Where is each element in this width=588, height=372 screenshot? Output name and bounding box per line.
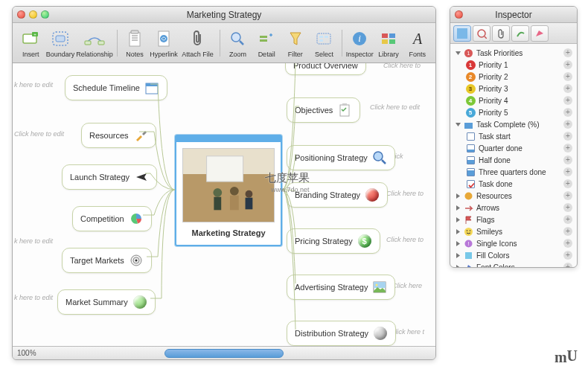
tree-group[interactable]: Resources+ (452, 190, 575, 202)
edit-hint[interactable]: Click here to (386, 236, 424, 243)
tree-group[interactable]: Smileys+ (452, 225, 575, 237)
tree-group[interactable]: !Single Icons+ (452, 237, 575, 249)
add-button[interactable]: + (563, 191, 572, 200)
add-button[interactable]: + (563, 227, 572, 236)
toolbar-select[interactable]: Select (310, 28, 338, 58)
svg-point-14 (231, 33, 240, 42)
node-header (176, 136, 281, 142)
add-button[interactable]: + (563, 155, 572, 164)
node-pricing-strategy[interactable]: Pricing Strategy$ (287, 228, 380, 254)
edit-hint[interactable]: Click here to edit (14, 130, 64, 138)
edit-hint[interactable]: Click here to (383, 63, 421, 69)
toolbar-relationship[interactable]: Relationship (76, 28, 113, 58)
add-button[interactable]: + (563, 120, 572, 129)
disclosure-triangle[interactable] (455, 252, 461, 259)
tree-item[interactable]: Three quarters done+ (452, 166, 575, 178)
toolbar-boundary[interactable]: Boundary (46, 28, 75, 58)
add-button[interactable]: + (563, 108, 572, 117)
tree-group[interactable]: Fill Colors+ (452, 249, 575, 261)
add-button[interactable]: + (563, 239, 572, 248)
edit-hint[interactable]: Click here (392, 282, 422, 289)
svg-rect-18 (317, 33, 330, 44)
horizontal-scrollbar[interactable] (164, 349, 284, 358)
add-button[interactable]: + (563, 72, 572, 81)
add-button[interactable]: + (563, 179, 572, 188)
node-center[interactable]: Marketing Strategy (175, 135, 282, 246)
disclosure-triangle[interactable] (455, 228, 461, 235)
add-button[interactable]: + (563, 48, 572, 57)
tree-item[interactable]: Quarter done+ (452, 142, 575, 154)
add-button[interactable]: + (563, 167, 572, 176)
toolbar-library[interactable]: Library (375, 28, 403, 58)
add-button[interactable]: + (563, 60, 572, 69)
tab-markers[interactable] (453, 25, 471, 42)
tree-group[interactable]: Flags+ (452, 214, 575, 225)
tab-notes[interactable] (473, 25, 490, 42)
tree-item[interactable]: Half done+ (452, 154, 575, 166)
add-button[interactable]: + (563, 96, 572, 105)
tab-format[interactable] (531, 25, 549, 42)
toolbar-hyperlink[interactable]: Hyperlink (150, 28, 178, 58)
add-button[interactable]: + (563, 132, 572, 141)
minimize-button[interactable] (29, 10, 37, 19)
tree-group[interactable]: Font Colors+ (452, 261, 575, 267)
node-product-overview[interactable]: Product Overview (285, 63, 366, 75)
disclosure-triangle[interactable] (455, 240, 461, 247)
toolbar-fonts[interactable]: AFonts (403, 28, 431, 58)
disclosure-triangle[interactable] (455, 121, 461, 128)
node-competition[interactable]: Competition (72, 206, 152, 231)
tab-attach[interactable] (492, 25, 510, 42)
tree-item[interactable]: 3Priority 3+ (452, 83, 575, 94)
mindmap-canvas[interactable]: k here to edit Click here to edit k here… (13, 63, 435, 346)
node-resources[interactable]: Resources (81, 123, 156, 148)
add-button[interactable]: + (563, 263, 572, 267)
toolbar-insert[interactable]: +Insert (17, 28, 45, 58)
toolbar-attach[interactable]: Attach File (179, 28, 216, 58)
tree-group[interactable]: Arrows+ (452, 202, 575, 214)
group-icon (463, 250, 473, 260)
tab-style[interactable] (511, 25, 529, 42)
disclosure-triangle[interactable] (455, 264, 461, 268)
node-positioning-strategy[interactable]: Positioning Strategy (287, 145, 395, 170)
zoom-button[interactable] (41, 10, 49, 19)
tree-item[interactable]: Task start+ (452, 130, 575, 142)
titlebar[interactable]: Marketing Strategy (13, 7, 435, 23)
tree-item[interactable]: 5Priority 5+ (452, 106, 575, 118)
add-button[interactable]: + (563, 144, 572, 153)
node-distribution-strategy[interactable]: Distribution Strategy (287, 321, 396, 346)
add-button[interactable]: + (563, 84, 572, 93)
node-advertising-strategy[interactable]: Advertising Strategy (287, 275, 395, 300)
tree-group[interactable]: 1Task Priorities+ (452, 47, 575, 59)
add-button[interactable]: + (563, 215, 572, 224)
node-target-markets[interactable]: Target Markets (62, 248, 152, 273)
add-button[interactable]: + (563, 251, 572, 260)
tree-item[interactable]: Task done+ (452, 178, 575, 190)
edit-hint[interactable]: Click here to (386, 190, 424, 197)
toolbar-inspector[interactable]: iInspector (346, 28, 374, 58)
node-market-summary[interactable]: Market Summary (57, 289, 156, 315)
tree-item[interactable]: 4Priority 4+ (452, 94, 575, 106)
disclosure-triangle[interactable] (455, 50, 461, 57)
zoom-level[interactable]: 100% (17, 349, 36, 357)
toolbar-zoom[interactable]: Zoom (224, 28, 252, 58)
node-launch-strategy[interactable]: Launch Strategy (62, 164, 157, 190)
close-button[interactable] (455, 10, 463, 19)
edit-hint[interactable]: k here to edit (14, 294, 53, 301)
toolbar-notes[interactable]: Notes (121, 28, 149, 58)
close-button[interactable] (17, 10, 25, 19)
add-button[interactable]: + (563, 203, 572, 212)
inspector-titlebar[interactable]: Inspector (450, 7, 577, 23)
edit-hint[interactable]: k here to edit (14, 237, 53, 245)
toolbar-detail[interactable]: Detail (253, 28, 281, 58)
tree-item[interactable]: 1Priority 1+ (452, 59, 575, 71)
node-schedule-timeline[interactable]: Schedule Timeline (65, 75, 167, 100)
edit-hint[interactable]: k here to edit (14, 81, 53, 89)
edit-hint[interactable]: Click here to edit (370, 103, 420, 111)
tree-group[interactable]: Task Complete (%)+ (452, 118, 575, 130)
disclosure-triangle[interactable] (455, 205, 461, 211)
disclosure-triangle[interactable] (455, 193, 461, 199)
node-objectives[interactable]: Objectives (287, 97, 360, 123)
toolbar-filter[interactable]: Filter (281, 28, 309, 58)
disclosure-triangle[interactable] (455, 217, 461, 223)
tree-item[interactable]: 2Priority 2+ (452, 71, 575, 83)
